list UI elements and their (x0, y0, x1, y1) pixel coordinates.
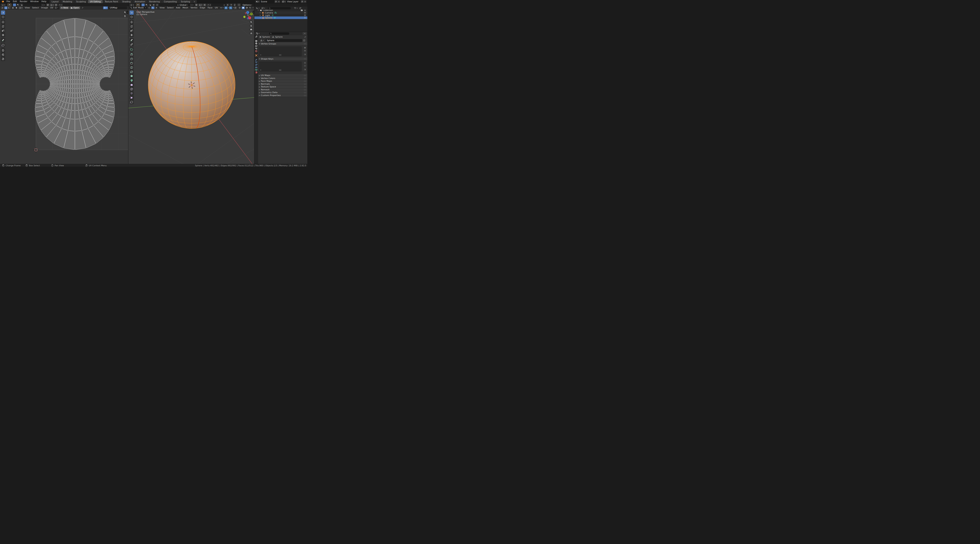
view-layer-unlink-button[interactable]: ✕ (304, 0, 307, 3)
panel-header-texture-space[interactable]: ▸Texture Space (258, 86, 307, 88)
shading-material-button[interactable] (245, 6, 248, 9)
vp-pivot-point-dropdown[interactable]: ▾ (189, 3, 194, 6)
properties-tab-object[interactable] (255, 54, 258, 56)
tool-select-box[interactable] (130, 11, 134, 15)
tool-grab[interactable] (1, 48, 5, 53)
workspace-tab-compositing[interactable]: Compositing (162, 0, 179, 3)
workspace-tab-sculpting[interactable]: Sculpting (74, 0, 88, 3)
viewport-pan-button[interactable] (250, 24, 253, 27)
shape-keys-specials-button[interactable]: ▾ (304, 68, 306, 71)
uv-select-mode-vertex[interactable] (4, 6, 8, 9)
uv-sync-selection-toggle[interactable] (1, 6, 4, 9)
tool-transform[interactable] (130, 33, 134, 37)
panel-header-vertex-groups[interactable]: ▾Vertex Groups (258, 42, 307, 45)
tool-shear[interactable] (130, 96, 134, 100)
tool-scale[interactable] (1, 29, 5, 33)
navigation-gizmo[interactable]: ZYX (242, 10, 254, 22)
properties-options-dropdown[interactable]: ▾ (302, 32, 307, 35)
vp-select-toggle-subtract[interactable] (149, 3, 152, 6)
uv-sticky-selection-dropdown[interactable]: ▾ (18, 6, 23, 9)
image-new-button[interactable]: +New (60, 6, 69, 9)
properties-tab-particles[interactable] (255, 61, 258, 63)
tool-add-cube[interactable] (130, 48, 134, 51)
scene-selector[interactable]: ▾ Scene ✕ (255, 0, 280, 3)
vp-menu-edge[interactable]: Edge (199, 6, 207, 9)
tool-measure[interactable] (130, 42, 134, 46)
transform-orientation-dropdown[interactable]: Global▾ (176, 3, 189, 6)
tool-spin[interactable] (130, 78, 134, 83)
tool-shrink-fatten[interactable] (130, 91, 134, 96)
uv-select-toggle-extend[interactable] (16, 3, 20, 6)
vp-select-toggle-new[interactable] (142, 3, 145, 6)
mirror-z-button[interactable]: Z (233, 3, 236, 6)
panel-header-vertex-colors[interactable]: ▸Vertex Colors (258, 77, 307, 80)
tool-select-box[interactable] (1, 11, 5, 15)
select-mode-vertex[interactable] (148, 6, 151, 9)
workspace-tab-shading[interactable]: Shading (120, 0, 132, 3)
panel-header-face-maps[interactable]: ▸Face Maps (258, 80, 307, 83)
outliner-search-input[interactable] (268, 7, 291, 10)
breadcrumb-data-name[interactable]: Sphere (275, 36, 283, 38)
outliner-filter-dropdown[interactable]: ▾ (293, 7, 298, 10)
uv-zoom-button[interactable] (123, 11, 127, 14)
options-dropdown[interactable]: Options▾ (242, 3, 253, 6)
uv-menu-select[interactable]: Select (31, 6, 40, 9)
vp-select-toggle-extend[interactable] (145, 3, 148, 6)
image-pin-icon[interactable] (81, 6, 84, 9)
hide-viewport-eye-icon[interactable] (304, 14, 306, 16)
uv-proportional-editing-toggle[interactable] (54, 3, 57, 6)
pin-icon[interactable] (304, 36, 306, 38)
vp-tool-cursor-button[interactable] (136, 3, 140, 6)
properties-tab-object-data[interactable] (255, 69, 258, 71)
add-workspace-tab[interactable]: + (192, 0, 197, 3)
xray-toggle[interactable] (234, 6, 237, 9)
menu-window[interactable]: Window (29, 0, 40, 3)
shading-solid-button[interactable] (242, 6, 245, 9)
expander-icon[interactable]: ▸ (260, 14, 262, 16)
tool-annotate[interactable] (130, 38, 134, 42)
panel-header-remesh[interactable]: ▸Remesh (258, 88, 307, 91)
outliner-item-camera[interactable]: ▸Camera (255, 11, 307, 14)
expander-icon[interactable]: ▸ (260, 12, 262, 14)
properties-tab-view-layer[interactable] (255, 45, 258, 47)
tool-rotate[interactable] (130, 24, 134, 29)
workspace-tab-animation[interactable]: Animation (133, 0, 147, 3)
uv-pan-button[interactable] (123, 14, 127, 18)
view-layer-selector[interactable]: ▾ View Layer ✕ (282, 0, 307, 3)
vertex-groups-list[interactable]: ▸ (259, 46, 302, 56)
hide-viewport-eye-icon[interactable] (304, 17, 306, 19)
uv-menu-image[interactable]: Image (40, 6, 49, 9)
panel-header-uv-maps[interactable]: ▸UV Maps (258, 74, 307, 77)
shape-keys-add-button[interactable]: + (304, 62, 306, 64)
uv-menu-uv[interactable]: UV (49, 6, 55, 9)
vertex-groups-remove-button[interactable]: − (304, 49, 306, 52)
uv-canvas[interactable] (0, 10, 128, 164)
uv-pivot-point-dropdown[interactable]: ▾ (41, 3, 46, 6)
properties-search-input[interactable] (269, 32, 289, 35)
tool-cursor[interactable] (130, 15, 134, 19)
shape-keys-list[interactable]: ▸ (259, 62, 302, 72)
properties-tab-physics[interactable] (255, 64, 258, 66)
mirror-x-button[interactable]: X (226, 3, 229, 6)
mesh-browse-dropdown[interactable]: ▾ (259, 39, 265, 42)
tool-inset-faces[interactable] (130, 57, 134, 61)
vp-menu-view[interactable]: View (158, 6, 166, 9)
tool-transform[interactable] (1, 33, 5, 37)
vp-menu-select[interactable]: Select (166, 6, 175, 9)
uv-select-toggle-new[interactable] (13, 3, 16, 6)
tool-relax[interactable] (1, 53, 5, 57)
properties-tab-world[interactable] (255, 50, 258, 52)
uv-active-tool-dropdown[interactable]: ▾ (1, 3, 6, 6)
vp-select-toggle-invert[interactable] (152, 3, 155, 6)
viewport-ortho-button[interactable] (250, 32, 253, 35)
uv-map-name-field[interactable]: UVMap (108, 6, 127, 9)
snap-individual-icon[interactable] (237, 3, 240, 6)
view-layer-copy-button[interactable] (301, 0, 304, 3)
tool-smooth[interactable] (130, 83, 134, 87)
tool-bevel[interactable] (130, 61, 134, 65)
image-open-button[interactable]: Open (70, 6, 80, 9)
tool-rip-region[interactable] (130, 100, 134, 104)
editor-divider-right[interactable] (254, 3, 255, 164)
menu-help[interactable]: Help (40, 0, 48, 3)
image-browse-dropdown[interactable]: ▾ (54, 6, 59, 9)
